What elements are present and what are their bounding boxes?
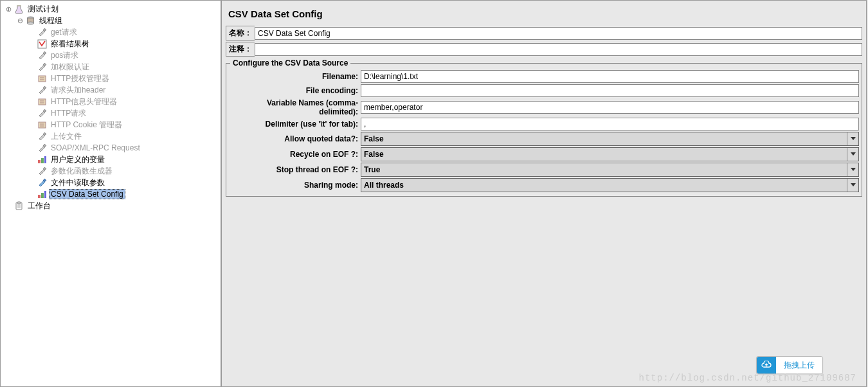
tree-label: CSV Data Set Config (49, 189, 125, 199)
stop-select[interactable]: True (361, 163, 859, 177)
tree-node-workbench[interactable]: 工作台 (2, 200, 219, 212)
fieldset-legend: Configure the CSV Data Source (230, 59, 350, 68)
clipboard-icon (14, 201, 24, 212)
recycle-select[interactable]: False (361, 147, 859, 161)
delimiter-label: Delimiter (use '\t' for tab): (229, 120, 361, 129)
tree-label: 测试计划 (26, 4, 60, 15)
varnames-label: Variable Names (comma-delimited): (229, 98, 361, 116)
result-tree-icon (37, 39, 48, 50)
chevron-down-icon (847, 148, 858, 161)
tree-label: 察看结果树 (49, 39, 91, 50)
allow-quoted-select[interactable]: False (361, 132, 859, 146)
filename-label: Filename: (229, 72, 361, 81)
cloud-upload-icon (757, 357, 776, 374)
encoding-label: File encoding: (229, 86, 361, 95)
tree-node-child[interactable]: SOAP/XML-RPC Request (2, 142, 219, 154)
allow-quoted-label: Allow quoted data?: (229, 134, 361, 143)
svg-rect-32 (41, 193, 44, 198)
tree-node-child[interactable]: HTTP信息头管理器 (2, 96, 219, 107)
name-input[interactable] (255, 27, 862, 40)
tree-node-child[interactable]: 文件中读取参数 (2, 177, 219, 188)
upload-button-label: 拖拽上传 (776, 360, 822, 371)
svg-point-8 (28, 22, 34, 24)
tree-node-child[interactable]: 参数化函数生成器 (2, 165, 219, 177)
testbench-icon (37, 154, 48, 165)
tree-label: 参数化函数生成器 (49, 166, 114, 177)
tree-node-child[interactable]: HTTP Cookie 管理器 (2, 119, 219, 130)
tree-label: HTTP授权管理器 (49, 73, 111, 84)
name-label: 名称： (226, 26, 255, 40)
filename-input[interactable] (361, 70, 859, 83)
tree-node-child[interactable]: get请求 (2, 26, 219, 38)
tree-node-child[interactable]: HTTP请求 (2, 107, 219, 119)
config-icon (37, 96, 48, 107)
svg-rect-27 (41, 158, 44, 163)
sharing-label: Sharing mode: (229, 181, 361, 190)
tree-label: 线程组 (37, 15, 64, 26)
tree-node-child[interactable]: CSV Data Set Config (2, 188, 219, 200)
sampler-icon (37, 85, 48, 96)
svg-rect-31 (38, 195, 41, 198)
tree-label: HTTP请求 (49, 108, 88, 119)
tree-node-test-plan[interactable]: 测试计划 (2, 3, 219, 15)
tree-label: get请求 (49, 27, 79, 38)
tree-node-child[interactable]: HTTP授权管理器 (2, 73, 219, 84)
stop-label: Stop thread on EOF ?: (229, 165, 361, 174)
tree-node-child[interactable]: 请求头加header (2, 84, 219, 96)
tree-node-child[interactable]: pos请求 (2, 50, 219, 61)
tree-node-child[interactable]: 用户定义的变量 (2, 154, 219, 165)
expand-toggle-icon[interactable] (5, 6, 12, 12)
config-icon (37, 120, 48, 130)
tree-label: HTTP信息头管理器 (49, 96, 119, 107)
tree-label: 工作台 (26, 201, 53, 212)
config-panel: CSV Data Set Config 名称： 注释： Configure th… (221, 0, 868, 387)
tree-node-child[interactable]: 察看结果树 (2, 38, 219, 50)
svg-rect-10 (38, 40, 46, 48)
recycle-label: Recycle on EOF ?: (229, 150, 361, 159)
tree-node-child[interactable]: 加权限认证 (2, 61, 219, 73)
varnames-input[interactable] (361, 101, 859, 114)
tree-label: 用户定义的变量 (49, 154, 107, 165)
comment-row: 注释： (226, 42, 862, 57)
select-value: All threads (361, 179, 847, 192)
beaker-icon (14, 4, 24, 15)
delimiter-input[interactable] (361, 118, 859, 130)
select-value: True (361, 163, 847, 176)
sharing-select[interactable]: All threads (361, 178, 859, 192)
tree-label: HTTP Cookie 管理器 (49, 120, 124, 130)
chevron-down-icon (847, 179, 858, 192)
svg-rect-26 (38, 160, 41, 163)
tree-node-thread-group[interactable]: 线程组 (2, 15, 219, 26)
chevron-down-icon (847, 163, 858, 176)
panel-title: CSV Data Set Config (226, 4, 862, 26)
svg-rect-21 (39, 122, 46, 128)
sampler-icon (37, 62, 48, 73)
svg-rect-13 (39, 76, 46, 82)
chevron-down-icon (847, 132, 858, 145)
encoding-input[interactable] (361, 84, 859, 97)
config-icon (37, 73, 48, 84)
comment-input[interactable] (255, 43, 862, 56)
sampler-icon (37, 27, 48, 38)
svg-rect-3 (17, 5, 21, 6)
tree: 测试计划 线程组 get请求察看结果树pos请求加权限认证HTTP授权管理器请求… (1, 1, 221, 214)
sampler-icon (37, 166, 48, 177)
spool-icon (25, 15, 36, 26)
upload-button[interactable]: 拖拽上传 (756, 356, 823, 374)
select-value: False (361, 148, 847, 161)
tree-node-child[interactable]: 上传文件 (2, 130, 219, 142)
sampler-icon (37, 143, 48, 154)
expand-toggle-icon[interactable] (16, 18, 24, 24)
tree-label: pos请求 (49, 50, 80, 61)
svg-rect-33 (44, 191, 46, 198)
svg-rect-28 (44, 156, 46, 163)
tree-label: 加权限认证 (49, 62, 91, 73)
select-value: False (361, 132, 847, 145)
testbench-icon (37, 189, 48, 200)
tree-label: 文件中读取参数 (49, 177, 107, 188)
svg-rect-17 (39, 99, 46, 105)
comment-label: 注释： (226, 42, 255, 57)
csv-fieldset: Configure the CSV Data Source Filename: … (226, 63, 862, 197)
tree-panel: 测试计划 线程组 get请求察看结果树pos请求加权限认证HTTP授权管理器请求… (0, 0, 221, 387)
name-row: 名称： (226, 26, 862, 40)
